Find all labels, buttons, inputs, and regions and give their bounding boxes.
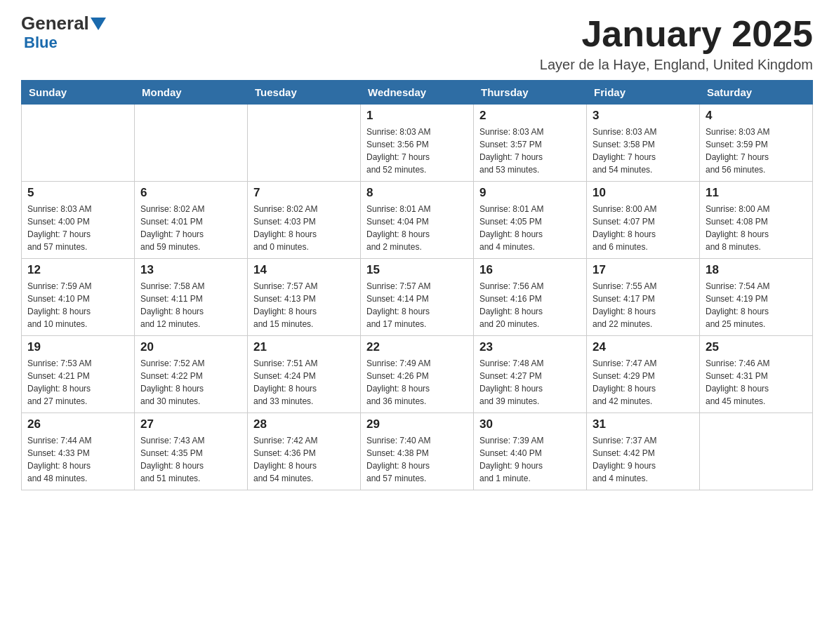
day-number: 3	[593, 109, 694, 123]
day-info: Sunrise: 7:42 AMSunset: 4:36 PMDaylight:…	[253, 434, 355, 485]
day-number: 8	[366, 186, 468, 200]
col-thursday: Thursday	[474, 81, 587, 105]
day-info: Sunrise: 8:03 AMSunset: 3:59 PMDaylight:…	[706, 126, 807, 176]
day-info: Sunrise: 7:55 AMSunset: 4:17 PMDaylight:…	[593, 280, 694, 330]
table-row: 2Sunrise: 8:03 AMSunset: 3:57 PMDaylight…	[474, 105, 587, 182]
day-info: Sunrise: 8:03 AMSunset: 3:58 PMDaylight:…	[593, 126, 694, 176]
day-number: 19	[27, 340, 128, 354]
table-row: 20Sunrise: 7:52 AMSunset: 4:22 PMDayligh…	[135, 336, 248, 413]
col-saturday: Saturday	[700, 81, 813, 105]
day-info: Sunrise: 8:02 AMSunset: 4:03 PMDaylight:…	[253, 203, 355, 253]
table-row: 26Sunrise: 7:44 AMSunset: 4:33 PMDayligh…	[22, 413, 135, 490]
day-info: Sunrise: 8:01 AMSunset: 4:05 PMDaylight:…	[479, 203, 581, 253]
table-row: 5Sunrise: 8:03 AMSunset: 4:00 PMDaylight…	[22, 182, 135, 259]
calendar-week-row: 19Sunrise: 7:53 AMSunset: 4:21 PMDayligh…	[22, 336, 813, 413]
table-row	[700, 413, 813, 490]
day-info: Sunrise: 7:54 AMSunset: 4:19 PMDaylight:…	[706, 280, 807, 330]
day-number: 22	[366, 340, 468, 354]
day-number: 30	[479, 417, 581, 431]
table-row	[22, 105, 135, 182]
day-info: Sunrise: 8:03 AMSunset: 3:57 PMDaylight:…	[479, 126, 581, 176]
day-info: Sunrise: 8:00 AMSunset: 4:08 PMDaylight:…	[706, 203, 807, 253]
day-info: Sunrise: 8:03 AMSunset: 4:00 PMDaylight:…	[27, 203, 128, 253]
calendar-table: Sunday Monday Tuesday Wednesday Thursday…	[21, 80, 813, 490]
location-subtitle: Layer de la Haye, England, United Kingdo…	[540, 57, 813, 73]
day-number: 2	[479, 109, 581, 123]
day-number: 29	[366, 417, 468, 431]
table-row: 21Sunrise: 7:51 AMSunset: 4:24 PMDayligh…	[248, 336, 361, 413]
table-row: 7Sunrise: 8:02 AMSunset: 4:03 PMDaylight…	[248, 182, 361, 259]
table-row	[248, 105, 361, 182]
day-number: 23	[479, 340, 581, 354]
day-info: Sunrise: 7:40 AMSunset: 4:38 PMDaylight:…	[366, 434, 468, 485]
day-number: 4	[706, 109, 807, 123]
calendar-header-row: Sunday Monday Tuesday Wednesday Thursday…	[22, 81, 813, 105]
day-number: 28	[253, 417, 355, 431]
day-info: Sunrise: 7:58 AMSunset: 4:11 PMDaylight:…	[140, 280, 241, 330]
table-row: 30Sunrise: 7:39 AMSunset: 4:40 PMDayligh…	[474, 413, 587, 490]
day-number: 9	[479, 186, 581, 200]
day-info: Sunrise: 7:52 AMSunset: 4:22 PMDaylight:…	[140, 357, 241, 408]
day-info: Sunrise: 7:49 AMSunset: 4:26 PMDaylight:…	[366, 357, 468, 408]
day-number: 15	[366, 263, 468, 277]
table-row: 8Sunrise: 8:01 AMSunset: 4:04 PMDaylight…	[361, 182, 474, 259]
day-number: 13	[140, 263, 241, 277]
table-row: 6Sunrise: 8:02 AMSunset: 4:01 PMDaylight…	[135, 182, 248, 259]
day-info: Sunrise: 7:46 AMSunset: 4:31 PMDaylight:…	[706, 357, 807, 408]
day-info: Sunrise: 8:02 AMSunset: 4:01 PMDaylight:…	[140, 203, 241, 253]
day-number: 12	[27, 263, 128, 277]
day-number: 24	[593, 340, 694, 354]
table-row: 12Sunrise: 7:59 AMSunset: 4:10 PMDayligh…	[22, 259, 135, 336]
day-info: Sunrise: 7:57 AMSunset: 4:14 PMDaylight:…	[366, 280, 468, 330]
day-info: Sunrise: 7:53 AMSunset: 4:21 PMDaylight:…	[27, 357, 128, 408]
day-number: 16	[479, 263, 581, 277]
table-row: 22Sunrise: 7:49 AMSunset: 4:26 PMDayligh…	[361, 336, 474, 413]
day-info: Sunrise: 7:48 AMSunset: 4:27 PMDaylight:…	[479, 357, 581, 408]
col-friday: Friday	[587, 81, 700, 105]
calendar-week-row: 12Sunrise: 7:59 AMSunset: 4:10 PMDayligh…	[22, 259, 813, 336]
day-number: 11	[706, 186, 807, 200]
table-row: 15Sunrise: 7:57 AMSunset: 4:14 PMDayligh…	[361, 259, 474, 336]
day-info: Sunrise: 7:56 AMSunset: 4:16 PMDaylight:…	[479, 280, 581, 330]
title-area: January 2025 Layer de la Haye, England, …	[540, 14, 813, 73]
day-info: Sunrise: 7:51 AMSunset: 4:24 PMDaylight:…	[253, 357, 355, 408]
table-row: 23Sunrise: 7:48 AMSunset: 4:27 PMDayligh…	[474, 336, 587, 413]
table-row: 14Sunrise: 7:57 AMSunset: 4:13 PMDayligh…	[248, 259, 361, 336]
col-sunday: Sunday	[22, 81, 135, 105]
day-info: Sunrise: 8:01 AMSunset: 4:04 PMDaylight:…	[366, 203, 468, 253]
day-number: 27	[140, 417, 241, 431]
day-info: Sunrise: 7:59 AMSunset: 4:10 PMDaylight:…	[27, 280, 128, 330]
table-row: 31Sunrise: 7:37 AMSunset: 4:42 PMDayligh…	[587, 413, 700, 490]
table-row	[135, 105, 248, 182]
calendar-week-row: 26Sunrise: 7:44 AMSunset: 4:33 PMDayligh…	[22, 413, 813, 490]
table-row: 27Sunrise: 7:43 AMSunset: 4:35 PMDayligh…	[135, 413, 248, 490]
day-number: 20	[140, 340, 241, 354]
col-monday: Monday	[135, 81, 248, 105]
day-number: 14	[253, 263, 355, 277]
day-info: Sunrise: 8:00 AMSunset: 4:07 PMDaylight:…	[593, 203, 694, 253]
logo: General Blue	[21, 14, 106, 52]
logo-text-blue: Blue	[24, 34, 58, 52]
calendar-week-row: 5Sunrise: 8:03 AMSunset: 4:00 PMDaylight…	[22, 182, 813, 259]
day-info: Sunrise: 7:47 AMSunset: 4:29 PMDaylight:…	[593, 357, 694, 408]
svg-marker-0	[91, 18, 106, 30]
table-row: 3Sunrise: 8:03 AMSunset: 3:58 PMDaylight…	[587, 105, 700, 182]
table-row: 11Sunrise: 8:00 AMSunset: 4:08 PMDayligh…	[700, 182, 813, 259]
day-number: 17	[593, 263, 694, 277]
day-number: 1	[366, 109, 468, 123]
month-title: January 2025	[540, 14, 813, 54]
day-number: 25	[706, 340, 807, 354]
day-number: 21	[253, 340, 355, 354]
table-row: 9Sunrise: 8:01 AMSunset: 4:05 PMDaylight…	[474, 182, 587, 259]
day-number: 6	[140, 186, 241, 200]
col-tuesday: Tuesday	[248, 81, 361, 105]
table-row: 1Sunrise: 8:03 AMSunset: 3:56 PMDaylight…	[361, 105, 474, 182]
day-number: 26	[27, 417, 128, 431]
day-info: Sunrise: 7:37 AMSunset: 4:42 PMDaylight:…	[593, 434, 694, 485]
day-info: Sunrise: 7:57 AMSunset: 4:13 PMDaylight:…	[253, 280, 355, 330]
day-number: 10	[593, 186, 694, 200]
logo-text-general: General	[21, 14, 89, 32]
table-row: 25Sunrise: 7:46 AMSunset: 4:31 PMDayligh…	[700, 336, 813, 413]
table-row: 16Sunrise: 7:56 AMSunset: 4:16 PMDayligh…	[474, 259, 587, 336]
table-row: 17Sunrise: 7:55 AMSunset: 4:17 PMDayligh…	[587, 259, 700, 336]
